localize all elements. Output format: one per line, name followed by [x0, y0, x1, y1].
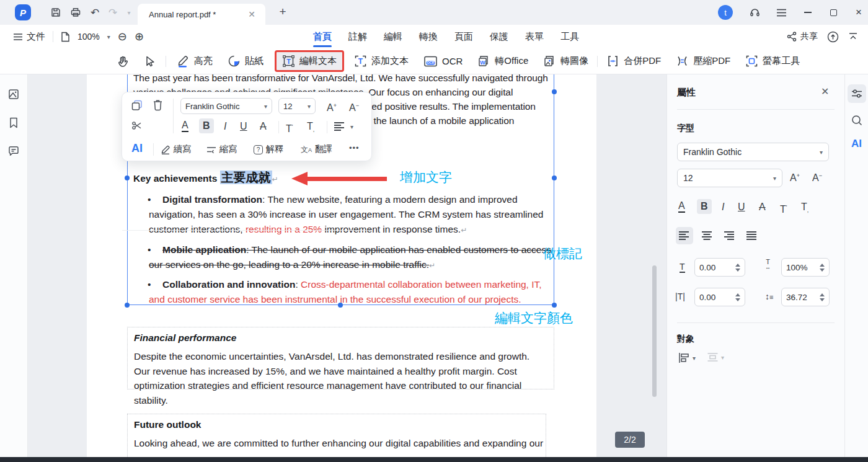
selection-handle[interactable]: [552, 89, 557, 94]
delete-icon[interactable]: [152, 99, 164, 111]
select-tool-button[interactable]: [141, 55, 157, 68]
bold-button[interactable]: B: [199, 118, 214, 133]
panel-decrease-font-button[interactable]: A−: [812, 172, 822, 184]
page-thumbnails-icon[interactable]: [7, 88, 20, 100]
properties-rail-button[interactable]: [848, 84, 866, 103]
tab-home[interactable]: 首頁: [313, 25, 332, 48]
ai-continue-writing-button[interactable]: 續寫: [161, 144, 191, 155]
tab-comment[interactable]: 註解: [348, 25, 367, 48]
comments-icon[interactable]: [7, 145, 20, 157]
popup-font-family-select[interactable]: Franklin Gothic▾: [180, 98, 272, 114]
edit-text-button[interactable]: T 編輯文本: [282, 55, 337, 68]
redo-button[interactable]: ↷: [105, 6, 120, 19]
zoom-level-value[interactable]: 100%: [78, 32, 100, 42]
font-color-button[interactable]: A: [182, 119, 188, 132]
copy-icon[interactable]: [131, 99, 143, 112]
ai-button[interactable]: AI: [131, 142, 143, 155]
tab-tools[interactable]: 工具: [560, 25, 579, 48]
panel-strikethrough-button[interactable]: A: [759, 200, 766, 215]
support-headset-icon[interactable]: [747, 6, 762, 19]
cut-icon[interactable]: [131, 120, 143, 131]
hand-tool-button[interactable]: [115, 55, 131, 68]
tab-convert[interactable]: 轉換: [419, 25, 438, 48]
strikethrough-button[interactable]: A: [260, 119, 267, 134]
horizontal-scale-input[interactable]: 100%: [781, 258, 830, 277]
align-center-button[interactable]: [699, 227, 716, 244]
panel-font-color-button[interactable]: A: [678, 200, 685, 213]
zoom-dropdown-icon[interactable]: ▾: [107, 33, 110, 40]
page-fit-icon[interactable]: [61, 32, 70, 42]
new-tab-button[interactable]: +: [275, 5, 290, 19]
bookmarks-icon[interactable]: [8, 117, 19, 129]
align-left-button[interactable]: [676, 227, 693, 244]
ocr-button[interactable]: OCR OCR: [423, 55, 463, 68]
panel-bold-button[interactable]: B: [697, 199, 712, 214]
italic-button[interactable]: I: [224, 119, 226, 134]
tab-page[interactable]: 頁面: [454, 25, 473, 48]
selection-handle[interactable]: [125, 303, 130, 308]
panel-subscript-button[interactable]: T,: [801, 200, 808, 218]
increase-font-size-button[interactable]: A+: [327, 98, 337, 115]
selection-handle[interactable]: [552, 175, 557, 180]
more-options-button[interactable]: •••: [349, 143, 360, 153]
ai-explain-button[interactable]: ? 解釋: [254, 144, 283, 155]
highlight-tool-button[interactable]: 高亮: [176, 55, 213, 68]
titlebar-more-dropdown[interactable]: ▾: [122, 6, 136, 19]
file-menu-button[interactable]: 文件: [14, 31, 45, 43]
sticker-tool-button[interactable]: 貼紙: [228, 55, 264, 68]
ai-rail-button[interactable]: AI: [851, 138, 862, 150]
char-spacing-input[interactable]: 0.00: [694, 288, 745, 306]
underline-button[interactable]: U: [240, 119, 247, 134]
vertical-scrollbar[interactable]: [652, 265, 657, 397]
selected-inserted-text[interactable]: 主要成就: [220, 171, 272, 184]
tab-form[interactable]: 表單: [525, 25, 544, 48]
alignment-caret-icon[interactable]: ▾: [350, 123, 353, 130]
panel-superscript-button[interactable]: T': [780, 200, 787, 217]
print-button[interactable]: [68, 6, 83, 19]
selection-handle[interactable]: [125, 175, 130, 180]
collapse-toolbar-icon[interactable]: [848, 32, 858, 41]
object-distribute-dropdown[interactable]: ▾: [707, 352, 724, 362]
line-spacing-input[interactable]: 36.72: [781, 288, 830, 306]
alignment-dropdown-button[interactable]: [334, 122, 345, 133]
window-minimize-button[interactable]: [799, 6, 817, 19]
panel-underline-button[interactable]: U: [738, 200, 745, 215]
window-close-button[interactable]: ×: [849, 6, 868, 19]
tab-edit[interactable]: 編輯: [384, 25, 402, 48]
share-button[interactable]: 共享: [787, 31, 818, 42]
decrease-font-size-button[interactable]: A−: [349, 98, 359, 115]
tab-protect[interactable]: 保護: [490, 25, 508, 48]
upload-cloud-icon[interactable]: [827, 31, 839, 43]
convert-to-office-button[interactable]: W 轉Office: [477, 55, 528, 68]
undo-button[interactable]: ↶: [87, 6, 102, 19]
panel-font-family-select[interactable]: Franklin Gothic▾: [677, 143, 829, 161]
main-menu-icon[interactable]: [774, 6, 789, 19]
tab-close-icon[interactable]: ✕: [246, 9, 258, 19]
document-tab[interactable]: Annual report.pdf * ✕: [138, 4, 265, 25]
user-avatar[interactable]: t: [718, 5, 733, 20]
superscript-button[interactable]: T': [286, 119, 293, 136]
zoom-out-icon[interactable]: ⊖: [118, 30, 127, 43]
object-align-dropdown[interactable]: ▾: [678, 352, 696, 363]
panel-close-icon[interactable]: ✕: [821, 86, 829, 97]
subscript-button[interactable]: T,: [307, 119, 314, 137]
zoom-in-icon[interactable]: ⊕: [135, 30, 144, 43]
panel-italic-button[interactable]: I: [722, 200, 724, 215]
search-icon[interactable]: [851, 114, 863, 127]
align-right-button[interactable]: [721, 227, 738, 244]
save-button[interactable]: [48, 6, 63, 19]
screen-tool-button[interactable]: 螢幕工具: [745, 55, 800, 68]
baseline-offset-input[interactable]: 0.00: [694, 258, 745, 277]
ai-shorten-button[interactable]: 縮寫: [206, 144, 237, 155]
panel-increase-font-button[interactable]: A+: [790, 172, 800, 184]
window-maximize-button[interactable]: [824, 6, 843, 19]
convert-to-image-button[interactable]: 轉圖像: [543, 55, 588, 68]
add-text-button[interactable]: T 添加文本: [354, 55, 409, 68]
align-justify-button[interactable]: [743, 227, 761, 244]
panel-font-size-select[interactable]: 12▾: [677, 169, 782, 187]
merge-pdf-button[interactable]: 合併PDF: [606, 55, 661, 68]
compress-pdf-button[interactable]: 壓縮PDF: [676, 55, 730, 68]
popup-font-size-select[interactable]: 12▾: [278, 98, 316, 114]
app-logo[interactable]: P: [15, 4, 31, 20]
ai-translate-button[interactable]: 文A 翻譯: [301, 144, 332, 155]
